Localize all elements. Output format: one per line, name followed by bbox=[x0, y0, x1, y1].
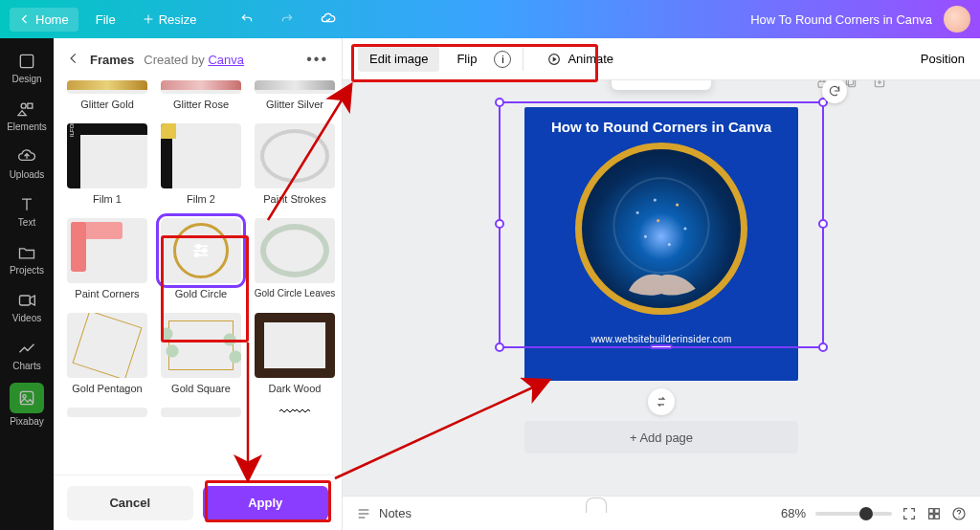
fullscreen-icon[interactable] bbox=[902, 506, 917, 521]
home-button[interactable]: Home bbox=[10, 8, 78, 32]
svg-point-7 bbox=[23, 395, 26, 398]
svg-rect-2 bbox=[28, 103, 33, 108]
animate-icon bbox=[546, 52, 562, 67]
rail-uploads[interactable]: Uploads bbox=[0, 140, 54, 188]
design-icon bbox=[17, 52, 36, 71]
zoom-slider[interactable] bbox=[815, 512, 892, 516]
uploads-icon bbox=[17, 147, 36, 166]
swap-icon bbox=[655, 395, 668, 409]
selection-box[interactable]: ••• bbox=[499, 101, 824, 348]
notes-icon bbox=[356, 506, 371, 521]
rail-projects[interactable]: Projects bbox=[0, 235, 54, 283]
text-icon bbox=[17, 195, 36, 214]
panel-back-button[interactable] bbox=[67, 52, 80, 68]
new-page-icon[interactable] bbox=[872, 80, 887, 90]
handle-tl[interactable] bbox=[495, 98, 504, 107]
status-bar: Notes 68% bbox=[343, 496, 980, 530]
zoom-controls: 68% bbox=[781, 506, 967, 521]
svg-marker-5 bbox=[30, 296, 34, 305]
canvas-area[interactable]: How to Round Corners in Canva www.websit… bbox=[343, 80, 980, 496]
projects-icon bbox=[17, 243, 36, 262]
rail-charts[interactable]: Charts bbox=[0, 331, 54, 379]
svg-marker-12 bbox=[553, 56, 557, 61]
svg-rect-6 bbox=[20, 391, 33, 404]
resize-icon bbox=[143, 13, 154, 25]
help-icon[interactable] bbox=[951, 506, 967, 521]
undo-icon bbox=[240, 12, 254, 26]
position-button[interactable]: Position bbox=[921, 52, 965, 66]
page-tab-handle[interactable] bbox=[586, 497, 607, 513]
home-label: Home bbox=[35, 12, 69, 27]
frame-more-3[interactable]: 〰〰 bbox=[255, 408, 335, 417]
info-icon[interactable]: i bbox=[494, 51, 511, 68]
zoom-value[interactable]: 68% bbox=[781, 506, 806, 520]
frame-gold-pentagon[interactable]: Gold Pentagon bbox=[67, 313, 147, 404]
rail-videos[interactable]: Videos bbox=[0, 283, 54, 331]
frame-paint-strokes[interactable]: Paint Strokes bbox=[255, 123, 335, 214]
frame-more-1[interactable] bbox=[67, 408, 147, 417]
frame-film-2[interactable]: Film 2 bbox=[161, 123, 241, 214]
redo-button[interactable] bbox=[271, 8, 303, 31]
top-bar: Home File Resize How To Round Corners in… bbox=[0, 0, 980, 38]
zoom-knob[interactable] bbox=[859, 507, 873, 520]
frame-paint-corners[interactable]: Paint Corners bbox=[67, 218, 147, 309]
svg-point-8 bbox=[196, 245, 200, 249]
rail-elements[interactable]: Elements bbox=[0, 92, 54, 140]
frame-gold-circle-leaves[interactable]: Gold Circle Leaves bbox=[255, 218, 335, 309]
handle-bl[interactable] bbox=[495, 342, 504, 352]
rotate-icon bbox=[828, 84, 841, 98]
svg-rect-21 bbox=[929, 514, 934, 519]
flip-button[interactable]: Flip bbox=[445, 46, 488, 72]
panel-more-button[interactable]: ••• bbox=[306, 51, 328, 68]
svg-rect-4 bbox=[20, 296, 31, 305]
rail-text[interactable]: Text bbox=[0, 188, 54, 235]
rotate-handle[interactable] bbox=[822, 80, 847, 103]
handle-mr[interactable] bbox=[818, 219, 828, 229]
grid-view-icon[interactable] bbox=[926, 506, 942, 521]
notes-button[interactable]: Notes bbox=[356, 506, 412, 521]
frames-panel: Frames Created by Canva ••• Glitter Gold… bbox=[54, 38, 343, 530]
duplicate-button[interactable] bbox=[617, 80, 644, 84]
panel-author-link[interactable]: Canva bbox=[208, 53, 244, 67]
svg-point-24 bbox=[958, 516, 959, 517]
animate-button[interactable]: Animate bbox=[535, 46, 625, 73]
file-menu[interactable]: File bbox=[86, 8, 125, 32]
pixabay-icon bbox=[10, 383, 44, 413]
more-button[interactable]: ••• bbox=[679, 80, 705, 84]
svg-point-10 bbox=[195, 254, 199, 257]
handle-bottom[interactable] bbox=[650, 344, 673, 349]
handle-ml[interactable] bbox=[495, 219, 504, 229]
cancel-button[interactable]: Cancel bbox=[67, 486, 193, 520]
rail-design[interactable]: Design bbox=[0, 44, 54, 92]
frame-gold-circle[interactable]: Gold Circle bbox=[161, 218, 241, 309]
undo-button[interactable] bbox=[231, 8, 263, 31]
svg-rect-14 bbox=[848, 80, 855, 87]
handle-br[interactable] bbox=[818, 342, 828, 352]
frame-glitter-gold[interactable]: Glitter Gold bbox=[67, 80, 147, 120]
frame-film-1[interactable]: ILFORD Film 1 bbox=[67, 123, 147, 214]
avatar[interactable] bbox=[944, 6, 970, 33]
resize-label: Resize bbox=[159, 12, 197, 27]
rail-pixabay[interactable]: Pixabay bbox=[0, 379, 54, 427]
delete-button[interactable] bbox=[648, 80, 675, 84]
svg-rect-15 bbox=[846, 80, 853, 85]
elements-icon bbox=[17, 99, 36, 119]
frame-gold-square[interactable]: Gold Square bbox=[161, 313, 241, 404]
apply-button[interactable]: Apply bbox=[203, 486, 329, 520]
panel-byline: Created by Canva bbox=[144, 53, 244, 67]
add-page-button[interactable]: + Add page bbox=[524, 421, 798, 453]
document-title[interactable]: How To Round Corners in Canva bbox=[750, 12, 932, 27]
edit-image-button[interactable]: Edit image bbox=[358, 46, 439, 72]
frames-grid[interactable]: Glitter Gold Glitter Rose Glitter Silver… bbox=[54, 80, 342, 475]
frame-glitter-rose[interactable]: Glitter Rose bbox=[161, 80, 241, 120]
context-toolbar: Edit image Flip i Animate Position bbox=[343, 38, 980, 80]
reflow-button[interactable] bbox=[648, 388, 675, 415]
frame-more-2[interactable] bbox=[161, 408, 241, 417]
resize-button[interactable]: Resize bbox=[133, 8, 207, 32]
svg-rect-22 bbox=[935, 514, 940, 519]
cloud-sync-button[interactable] bbox=[311, 7, 345, 32]
chevron-left-icon bbox=[67, 52, 80, 65]
frame-glitter-silver[interactable]: Glitter Silver bbox=[255, 80, 335, 120]
frame-dark-wood[interactable]: Dark Wood bbox=[255, 313, 335, 404]
videos-icon bbox=[17, 291, 36, 310]
